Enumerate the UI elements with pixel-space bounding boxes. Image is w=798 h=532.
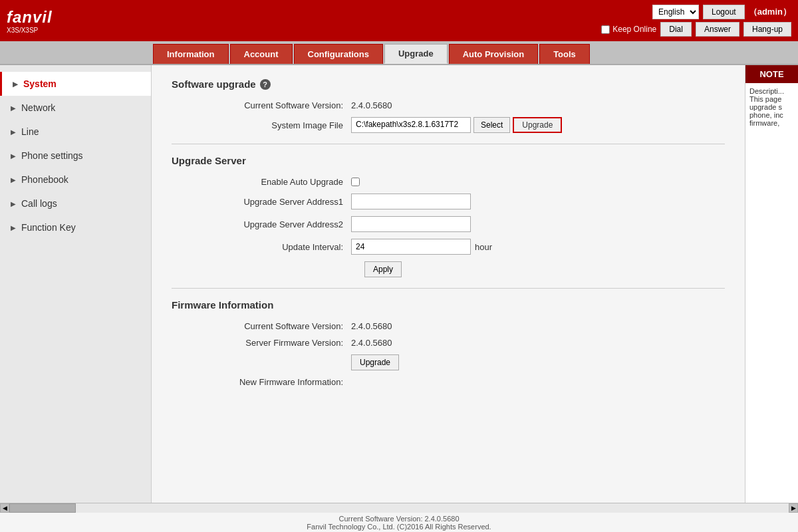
keep-online-checkbox[interactable]: [601, 25, 610, 34]
enable-auto-upgrade-checkbox[interactable]: [351, 178, 360, 186]
scroll-thumb[interactable]: [9, 503, 76, 513]
firmware-current-version-row: Current Software Version: 2.4.0.5680: [172, 321, 725, 331]
server-firmware-version-row: Server Firmware Version: 2.4.0.5680: [172, 338, 725, 348]
nav-tabs: Information Account Configurations Upgra…: [0, 41, 798, 65]
arrow-icon: ▶: [11, 176, 16, 184]
server-addr1-row: Upgrade Server Address1: [172, 194, 725, 209]
firmware-current-version-value: 2.4.0.5680: [351, 321, 392, 331]
scrollbar-area: ◀ ▶: [0, 503, 798, 512]
sidebar: ▶ System ▶ Network ▶ Line ▶ Phone settin…: [0, 65, 152, 503]
scroll-right-arrow[interactable]: ▶: [789, 503, 798, 513]
server-addr2-row: Upgrade Server Address2: [172, 216, 725, 232]
scroll-track[interactable]: [9, 503, 789, 513]
update-interval-row: Update Interval: hour: [172, 239, 725, 255]
footer-line2: Fanvil Technology Co., Ltd. (C)2016 All …: [307, 523, 491, 531]
dial-button[interactable]: Dial: [660, 22, 692, 37]
scroll-left-arrow[interactable]: ◀: [0, 503, 9, 513]
sidebar-item-phonebook[interactable]: ▶ Phonebook: [0, 168, 151, 192]
enable-auto-upgrade-label: Enable Auto Upgrade: [211, 177, 351, 187]
file-path-display: C:\fakepath\x3s2.8.1.6317T2: [351, 117, 471, 133]
divider-2: [172, 288, 725, 289]
select-button[interactable]: Select: [473, 117, 510, 133]
tab-auto-provision[interactable]: Auto Provision: [449, 44, 538, 64]
current-version-row: Current Software Version: 2.4.0.5680: [172, 100, 725, 110]
note-panel: NOTE Descripti... This page upgrade s ph…: [745, 65, 798, 503]
server-addr1-label: Upgrade Server Address1: [211, 197, 351, 207]
footer-line1: Current Software Version: 2.4.0.5680: [339, 515, 460, 523]
firmware-current-version-label: Current Software Version:: [211, 321, 351, 331]
keep-online-label[interactable]: Keep Online: [601, 25, 656, 34]
divider-1: [172, 144, 725, 144]
upgrade-button[interactable]: Upgrade: [513, 117, 562, 133]
apply-button[interactable]: Apply: [364, 261, 402, 277]
tab-account[interactable]: Account: [230, 44, 293, 64]
logo-sub: X3S/X3SP: [7, 27, 38, 34]
header-bottom-row: Keep Online Dial Answer Hang-up: [601, 22, 791, 37]
firmware-upgrade-button[interactable]: Upgrade: [351, 354, 399, 370]
header-right: English Logout （admin） Keep Online Dial …: [601, 5, 791, 37]
arrow-icon: ▶: [11, 200, 16, 207]
current-version-label: Current Software Version:: [211, 100, 351, 110]
hour-label: hour: [475, 242, 492, 252]
tab-information[interactable]: Information: [153, 44, 229, 64]
tab-configurations[interactable]: Configurations: [294, 44, 383, 64]
sidebar-item-system[interactable]: ▶ System: [0, 72, 151, 96]
logo-area: fanvil X3S/X3SP: [7, 8, 53, 34]
arrow-icon: ▶: [11, 104, 16, 112]
note-header: NOTE: [745, 65, 798, 83]
system-image-label: System Image File: [211, 120, 351, 130]
content-area: Software upgrade ? Current Software Vers…: [152, 65, 745, 503]
help-icon[interactable]: ?: [260, 79, 271, 90]
sidebar-item-line[interactable]: ▶ Line: [0, 120, 151, 144]
update-interval-input[interactable]: [351, 239, 471, 255]
sidebar-item-function-key[interactable]: ▶ Function Key: [0, 215, 151, 239]
current-version-value: 2.4.0.5680: [351, 100, 392, 110]
main-layout: ▶ System ▶ Network ▶ Line ▶ Phone settin…: [0, 65, 798, 503]
upgrade-server-title: Upgrade Server: [172, 155, 725, 166]
hangup-button[interactable]: Hang-up: [743, 22, 791, 37]
header-top-row: English Logout （admin）: [652, 5, 791, 19]
language-select[interactable]: English: [652, 5, 699, 19]
upgrade-server-section: Upgrade Server Enable Auto Upgrade Upgra…: [172, 155, 725, 277]
note-content: Descripti... This page upgrade s phone, …: [745, 83, 798, 131]
new-firmware-info-row: New Firmware Information:: [172, 377, 725, 387]
sidebar-item-network[interactable]: ▶ Network: [0, 96, 151, 120]
firmware-info-section: Firmware Information Current Software Ve…: [172, 299, 725, 387]
system-image-row: System Image File C:\fakepath\x3s2.8.1.6…: [172, 117, 725, 133]
enable-auto-upgrade-row: Enable Auto Upgrade: [172, 177, 725, 187]
file-input-row: C:\fakepath\x3s2.8.1.6317T2 Select Upgra…: [351, 117, 562, 133]
server-firmware-version-value: 2.4.0.5680: [351, 338, 392, 348]
logout-button[interactable]: Logout: [703, 5, 745, 19]
firmware-info-title: Firmware Information: [172, 299, 725, 311]
server-firmware-version-label: Server Firmware Version:: [211, 338, 351, 348]
tab-upgrade[interactable]: Upgrade: [384, 44, 448, 64]
firmware-upgrade-row: Upgrade: [172, 354, 725, 370]
footer: Current Software Version: 2.4.0.5680 Fan…: [0, 512, 798, 532]
admin-label: （admin）: [749, 6, 791, 18]
new-firmware-info-label: New Firmware Information:: [211, 377, 351, 387]
server-addr2-label: Upgrade Server Address2: [211, 219, 351, 229]
arrow-icon: ▶: [13, 80, 18, 88]
sidebar-item-phone-settings[interactable]: ▶ Phone settings: [0, 144, 151, 168]
software-upgrade-title: Software upgrade ?: [172, 78, 725, 90]
server-addr1-input[interactable]: [351, 194, 471, 209]
arrow-icon: ▶: [11, 152, 16, 160]
arrow-icon: ▶: [11, 128, 16, 136]
logo-text: fanvil: [7, 8, 53, 27]
update-interval-label: Update Interval:: [211, 242, 351, 252]
arrow-icon: ▶: [11, 224, 16, 231]
sidebar-item-call-logs[interactable]: ▶ Call logs: [0, 192, 151, 215]
answer-button[interactable]: Answer: [696, 22, 739, 37]
header: fanvil X3S/X3SP English Logout （admin） K…: [0, 0, 798, 41]
software-upgrade-section: Software upgrade ? Current Software Vers…: [172, 78, 725, 133]
apply-row: Apply: [172, 261, 725, 277]
server-addr2-input[interactable]: [351, 216, 471, 232]
tab-tools[interactable]: Tools: [539, 44, 590, 64]
